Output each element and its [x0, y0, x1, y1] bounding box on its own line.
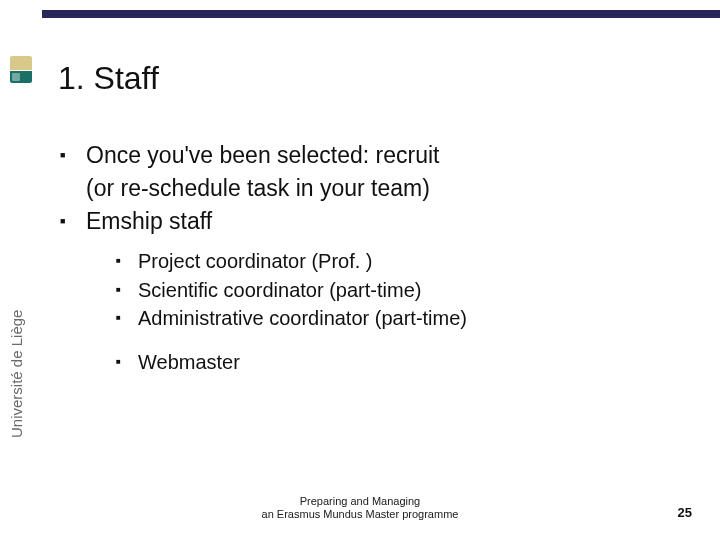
bullet-list: Once you've been selected: recruit (or r…: [60, 140, 690, 377]
slide: Université de Liège 1. Staff Once you've…: [0, 0, 720, 540]
bullet-2-label: Emship staff: [86, 208, 212, 234]
top-bar: [42, 10, 720, 18]
institution-label: Université de Liège: [8, 418, 25, 438]
sub-bullet-2: Scientific coordinator (part-time): [116, 276, 690, 304]
logo-top: [10, 56, 32, 70]
footer: Preparing and Managing an Erasmus Mundus…: [0, 495, 720, 523]
sub-bullet-4: Webmaster: [116, 348, 690, 376]
sub-bullet-3: Administrative coordinator (part-time): [116, 304, 690, 332]
bullet-2: Emship staff Project coordinator (Prof. …: [60, 206, 690, 377]
slide-title: 1. Staff: [58, 60, 159, 97]
footer-line-1: Preparing and Managing: [0, 495, 720, 509]
page-number: 25: [678, 505, 692, 520]
logo-bottom: [10, 71, 32, 83]
sub-bullet-list: Project coordinator (Prof. ) Scientific …: [116, 247, 690, 377]
slide-content: Once you've been selected: recruit (or r…: [60, 140, 690, 379]
sub-bullet-1: Project coordinator (Prof. ): [116, 247, 690, 275]
bullet-1-paren: (or re-schedule task in your team): [60, 173, 690, 204]
bullet-1: Once you've been selected: recruit: [60, 140, 690, 171]
footer-line-2: an Erasmus Mundus Master programme: [0, 508, 720, 522]
institution-logo: [10, 56, 34, 83]
